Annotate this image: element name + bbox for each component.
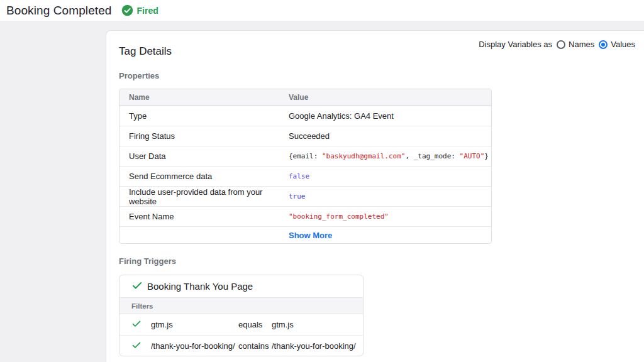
code-brace-close: } bbox=[484, 152, 489, 160]
table-row-firing-status: Firing Status Succeeded bbox=[119, 126, 491, 146]
filter-row-page-path: /thank-you-for-booking/ contains /thank-… bbox=[119, 335, 363, 356]
code-brace: {email: bbox=[289, 152, 322, 160]
table-row-type: Type Google Analytics: GA4 Event bbox=[119, 106, 491, 126]
table-row-send-ecommerce: Send Ecommerce data false bbox=[119, 166, 491, 186]
property-name: Type bbox=[119, 111, 279, 121]
property-name: Send Ecommerce data bbox=[119, 172, 279, 181]
trigger-title-row: Booking Thank You Page bbox=[119, 275, 363, 297]
check-circle-icon bbox=[121, 4, 133, 16]
property-value-code: {email: "baskyudh@gmail.com", _tag_mode:… bbox=[279, 152, 491, 160]
filter-operator: contains bbox=[238, 341, 272, 351]
status-label: Fired bbox=[137, 6, 158, 16]
code-tag-mode-string: "AUTO" bbox=[460, 152, 485, 160]
property-name: Firing Status bbox=[119, 131, 279, 141]
filters-header: Filters bbox=[119, 297, 363, 314]
table-row-user-data: User Data {email: "baskyudh@gmail.com", … bbox=[119, 146, 491, 166]
filter-row-event: gtm.js equals gtm.js bbox=[119, 314, 363, 335]
tag-details-card: Display Variables as Names Values Tag De… bbox=[106, 30, 644, 362]
table-row-event-name: Event Name "booking_form_completed" bbox=[119, 206, 491, 226]
property-name: User Data bbox=[119, 151, 279, 161]
column-header-value: Value bbox=[279, 93, 491, 102]
status-badge: Fired bbox=[121, 4, 158, 16]
filter-operator: equals bbox=[238, 320, 272, 329]
filter-right-value: gtm.js bbox=[272, 320, 294, 329]
names-radio[interactable] bbox=[557, 40, 565, 49]
property-value: Google Analytics: GA4 Event bbox=[279, 111, 491, 121]
filter-check-icon bbox=[131, 319, 142, 331]
display-variables-values-option[interactable]: Values bbox=[599, 40, 635, 49]
display-variables-toggle: Display Variables as Names Values bbox=[479, 40, 635, 49]
trigger-name: Booking Thank You Page bbox=[147, 281, 253, 292]
code-separator: , _tag_mode: bbox=[405, 152, 459, 160]
top-bar: Booking Completed Fired bbox=[0, 0, 644, 21]
code-email-string: "baskyudh@gmail.com" bbox=[322, 152, 405, 160]
show-more-link[interactable]: Show More bbox=[289, 231, 332, 240]
names-radio-label[interactable]: Names bbox=[569, 40, 594, 49]
display-variables-names-option[interactable]: Names bbox=[557, 40, 594, 49]
column-header-name: Name bbox=[119, 93, 279, 102]
values-radio-label[interactable]: Values bbox=[611, 40, 635, 49]
property-value: Succeeded bbox=[279, 131, 491, 141]
property-name: Event Name bbox=[119, 212, 279, 221]
filter-left-value: gtm.js bbox=[151, 320, 238, 329]
properties-section-label: Properties bbox=[119, 71, 159, 80]
filter-check-icon bbox=[131, 340, 142, 352]
display-variables-label: Display Variables as bbox=[479, 40, 552, 49]
filter-left-value: /thank-you-for-booking/ bbox=[151, 341, 238, 351]
table-row-include-user-data: Include user-provided data from your web… bbox=[119, 186, 491, 206]
firing-triggers-section-label: Firing Triggers bbox=[119, 256, 176, 266]
workspace-background: Display Variables as Names Values Tag De… bbox=[0, 21, 644, 362]
property-value-boolean: true bbox=[279, 192, 491, 200]
properties-table: Name Value Type Google Analytics: GA4 Ev… bbox=[119, 89, 492, 244]
show-more-row: Show More bbox=[119, 226, 491, 243]
property-value-boolean: false bbox=[279, 172, 491, 180]
property-value-string: "booking_form_completed" bbox=[279, 212, 491, 221]
tag-details-title: Tag Details bbox=[119, 45, 172, 58]
values-radio[interactable] bbox=[599, 40, 608, 49]
properties-table-header: Name Value bbox=[119, 89, 491, 106]
filter-right-value: /thank-you-for-booking/ bbox=[272, 341, 356, 351]
page-title: Booking Completed bbox=[6, 4, 112, 18]
trigger-card: Booking Thank You Page Filters gtm.js eq… bbox=[119, 275, 364, 356]
property-name: Include user-provided data from your web… bbox=[119, 187, 279, 206]
trigger-check-icon bbox=[131, 280, 143, 293]
